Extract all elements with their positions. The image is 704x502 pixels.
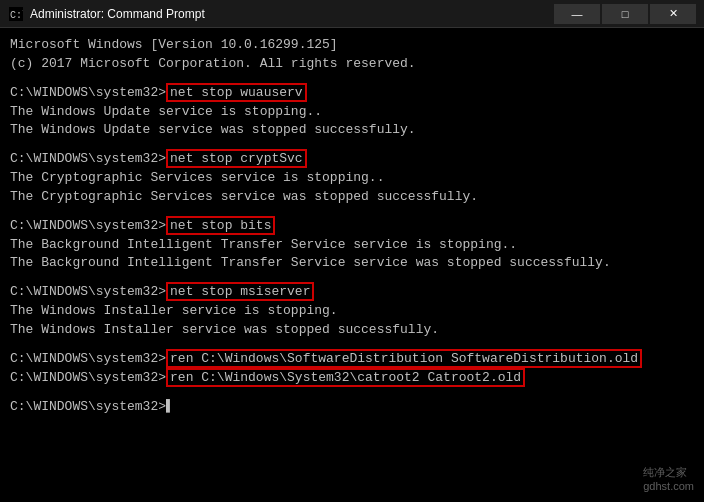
terminal-window: Microsoft Windows [Version 10.0.16299.12… — [0, 28, 704, 502]
terminal-line: The Windows Installer service is stoppin… — [10, 302, 694, 321]
svg-text:C:\: C:\ — [10, 10, 23, 21]
terminal-line: The Cryptographic Services service is st… — [10, 169, 694, 188]
terminal-line: Microsoft Windows [Version 10.0.16299.12… — [10, 36, 694, 55]
terminal-line: The Windows Installer service was stoppe… — [10, 321, 694, 340]
title-bar: C:\ Administrator: Command Prompt — □ ✕ — [0, 0, 704, 28]
terminal-spacer — [10, 273, 694, 283]
cursor: ▌ — [166, 399, 174, 414]
prompt-text: C:\WINDOWS\system32> — [10, 370, 166, 385]
command-text: net stop bits — [166, 216, 275, 235]
terminal-line: The Windows Update service was stopped s… — [10, 121, 694, 140]
minimize-button[interactable]: — — [554, 4, 600, 24]
title-bar-controls: — □ ✕ — [554, 4, 696, 24]
terminal-spacer — [10, 74, 694, 84]
cmd-icon: C:\ — [8, 6, 24, 22]
prompt-text: C:\WINDOWS\system32> — [10, 399, 166, 414]
terminal-command-line: C:\WINDOWS\system32>ren C:\Windows\Syste… — [10, 369, 694, 388]
command-text: ren C:\Windows\System32\catroot2 Catroot… — [166, 368, 525, 387]
maximize-button[interactable]: □ — [602, 4, 648, 24]
command-text: net stop wuauserv — [166, 83, 307, 102]
terminal-prompt-line: C:\WINDOWS\system32>▌ — [10, 398, 694, 417]
terminal-spacer — [10, 388, 694, 398]
terminal-command-line: C:\WINDOWS\system32>net stop wuauserv — [10, 84, 694, 103]
title-bar-text: Administrator: Command Prompt — [30, 7, 554, 21]
command-text: net stop msiserver — [166, 282, 314, 301]
prompt-text: C:\WINDOWS\system32> — [10, 151, 166, 166]
prompt-text: C:\WINDOWS\system32> — [10, 218, 166, 233]
terminal-line: The Background Intelligent Transfer Serv… — [10, 254, 694, 273]
terminal-spacer — [10, 140, 694, 150]
command-text: net stop cryptSvc — [166, 149, 307, 168]
terminal-line: The Background Intelligent Transfer Serv… — [10, 236, 694, 255]
close-button[interactable]: ✕ — [650, 4, 696, 24]
terminal-command-line: C:\WINDOWS\system32>ren C:\Windows\Softw… — [10, 350, 694, 369]
watermark: 纯净之家 gdhst.com — [643, 465, 694, 492]
terminal-line: The Cryptographic Services service was s… — [10, 188, 694, 207]
terminal-line: The Windows Update service is stopping.. — [10, 103, 694, 122]
terminal-command-line: C:\WINDOWS\system32>net stop bits — [10, 217, 694, 236]
terminal-spacer — [10, 207, 694, 217]
terminal-command-line: C:\WINDOWS\system32>net stop msiserver — [10, 283, 694, 302]
terminal-line: (c) 2017 Microsoft Corporation. All righ… — [10, 55, 694, 74]
prompt-text: C:\WINDOWS\system32> — [10, 284, 166, 299]
terminal-command-line: C:\WINDOWS\system32>net stop cryptSvc — [10, 150, 694, 169]
prompt-text: C:\WINDOWS\system32> — [10, 351, 166, 366]
prompt-text: C:\WINDOWS\system32> — [10, 85, 166, 100]
command-text: ren C:\Windows\SoftwareDistribution Soft… — [166, 349, 642, 368]
